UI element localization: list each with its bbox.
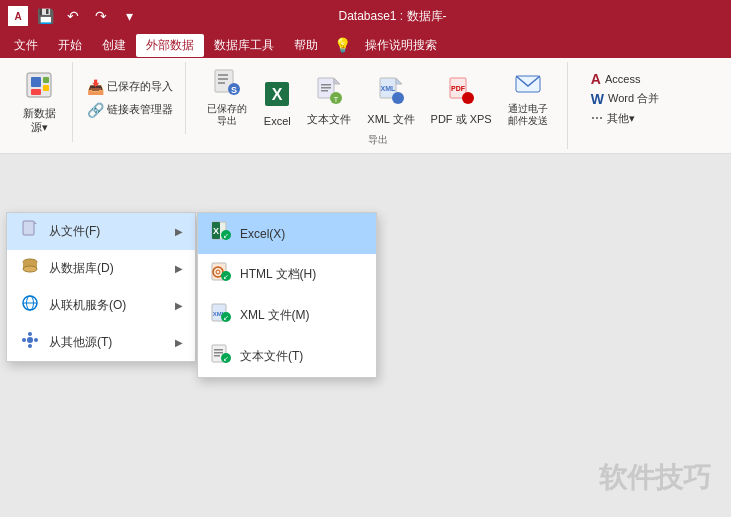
other-icon: ⋯: [591, 111, 603, 125]
ribbon-group-export: S 已保存的导出 X Excel: [188, 62, 568, 149]
svg-text:↙: ↙: [223, 232, 229, 239]
svg-rect-59: [214, 355, 220, 357]
saved-export-label: 已保存的导出: [207, 103, 247, 127]
submenu-text-icon: ↙: [210, 344, 232, 369]
redo-button[interactable]: ↷: [88, 5, 114, 27]
quick-access-toolbar: 💾 ↶ ↷ ▾: [32, 5, 142, 27]
svg-rect-1: [31, 77, 41, 87]
undo-button[interactable]: ↶: [60, 5, 86, 27]
ribbon: 新数据源▾ 📥 已保存的导入 🔗 链接表管理器: [0, 58, 731, 154]
svg-text:XML: XML: [381, 85, 397, 92]
svg-text:PDF: PDF: [451, 85, 466, 92]
svg-rect-2: [43, 77, 49, 83]
svg-rect-3: [43, 85, 49, 91]
ribbon-group-right: A Access W Word 合并 ⋯ 其他▾: [570, 62, 680, 134]
word-export-button[interactable]: W Word 合并: [587, 90, 663, 108]
ribbon-group-saved: 📥 已保存的导入 🔗 链接表管理器: [75, 62, 186, 134]
db-icon: [19, 257, 41, 280]
right-group-content: A Access W Word 合并 ⋯ 其他▾: [583, 64, 667, 132]
submenu-item-text[interactable]: ↙ 文本文件(T): [198, 336, 376, 377]
svg-rect-18: [321, 90, 328, 92]
dropdown-item-online-label: 从联机服务(O): [49, 297, 167, 314]
dropdown-item-other-arrow: ▶: [175, 337, 183, 348]
excel-export-button[interactable]: X Excel: [257, 76, 297, 131]
xml-export-button[interactable]: XML XML 文件: [361, 73, 420, 131]
svg-point-24: [392, 92, 404, 104]
text-export-button[interactable]: T 文本文件: [301, 73, 357, 131]
menu-start[interactable]: 开始: [48, 34, 92, 57]
dropdown-item-db-label: 从数据库(D): [49, 260, 167, 277]
svg-point-33: [23, 266, 37, 272]
title-bar-left: A 💾 ↶ ↷ ▾: [8, 5, 142, 27]
new-datasource-group-content: 新数据源▾: [14, 64, 64, 140]
menu-db-tools[interactable]: 数据库工具: [204, 34, 284, 57]
submenu-excel-icon: X ↙: [210, 221, 232, 246]
submenu-item-html[interactable]: ↙ HTML 文档(H): [198, 254, 376, 295]
dropdown-item-db[interactable]: 从数据库(D) ▶: [7, 250, 195, 287]
excel-label: Excel: [264, 115, 291, 127]
svg-rect-4: [31, 89, 41, 95]
title-bar: A 💾 ↶ ↷ ▾ Database1 : 数据库-: [0, 0, 731, 32]
customize-button[interactable]: ▾: [116, 5, 142, 27]
other-source-icon: [19, 331, 41, 354]
svg-text:↙: ↙: [223, 355, 229, 362]
menu-external-data[interactable]: 外部数据: [136, 34, 204, 57]
menu-search[interactable]: 操作说明搜索: [355, 34, 447, 57]
excel-icon: X: [263, 80, 291, 113]
menu-file[interactable]: 文件: [4, 34, 48, 57]
watermark: 软件技巧: [599, 459, 711, 497]
submenu-xml-icon: XML ↙: [210, 303, 232, 328]
saved-export-button[interactable]: S 已保存的导出: [201, 64, 253, 131]
svg-point-39: [34, 338, 38, 342]
text-icon: T: [315, 77, 343, 110]
email-icon: [514, 68, 542, 101]
linked-table-button[interactable]: 🔗 链接表管理器: [83, 100, 177, 120]
submenu-text-label: 文本文件(T): [240, 348, 303, 365]
submenu-item-xml[interactable]: XML ↙ XML 文件(M): [198, 295, 376, 336]
svg-rect-16: [321, 84, 331, 86]
saved-import-button[interactable]: 📥 已保存的导入: [83, 77, 177, 97]
svg-text:↙: ↙: [223, 273, 229, 280]
app-icon: A: [8, 6, 28, 26]
dropdown-item-file-arrow: ▶: [175, 226, 183, 237]
text-label: 文本文件: [307, 112, 351, 127]
menu-help[interactable]: 帮助: [284, 34, 328, 57]
new-datasource-button[interactable]: 新数据源▾: [14, 64, 64, 140]
svg-rect-58: [214, 352, 223, 354]
menu-bar: 文件 开始 创建 外部数据 数据库工具 帮助 💡 操作说明搜索: [0, 32, 731, 58]
access-export-button[interactable]: A Access: [587, 70, 645, 88]
other-export-button[interactable]: ⋯ 其他▾: [587, 110, 639, 127]
svg-point-37: [27, 337, 33, 343]
new-datasource-dropdown: 从文件(F) ▶ 从数据库(D) ▶: [6, 212, 196, 362]
submenu-html-label: HTML 文档(H): [240, 266, 316, 283]
file-submenu: X ↙ Excel(X): [197, 212, 377, 378]
email-export-button[interactable]: 通过电子邮件发送: [502, 64, 554, 131]
save-button[interactable]: 💾: [32, 5, 58, 27]
dropdown-item-other[interactable]: 从其他源(T) ▶: [7, 324, 195, 361]
svg-rect-6: [218, 74, 228, 76]
pdf-export-button[interactable]: PDF PDF 或 XPS: [425, 73, 498, 131]
dropdown-item-file[interactable]: 从文件(F) ▶: [7, 213, 195, 250]
svg-point-41: [28, 344, 32, 348]
export-group-content: S 已保存的导出 X Excel: [201, 64, 553, 131]
svg-point-27: [462, 92, 474, 104]
submenu-item-excel[interactable]: X ↙ Excel(X): [198, 213, 376, 254]
saved-export-icon: S: [213, 68, 241, 101]
access-icon: A: [591, 71, 601, 87]
svg-rect-29: [23, 221, 34, 235]
submenu-excel-label: Excel(X): [240, 227, 285, 241]
export-group-label: 导出: [368, 133, 388, 147]
svg-rect-8: [218, 82, 225, 84]
new-datasource-label: 新数据源▾: [23, 106, 56, 135]
svg-marker-14: [334, 78, 340, 84]
ribbon-content: 新数据源▾ 📥 已保存的导入 🔗 链接表管理器: [0, 58, 731, 153]
word-label: Word 合并: [608, 91, 659, 106]
svg-text:T: T: [334, 95, 339, 104]
dropdown-item-online-arrow: ▶: [175, 300, 183, 311]
svg-text:X: X: [213, 226, 219, 236]
menu-create[interactable]: 创建: [92, 34, 136, 57]
file-icon: [19, 220, 41, 243]
dropdown-item-online[interactable]: 从联机服务(O) ▶: [7, 287, 195, 324]
access-label: Access: [605, 73, 640, 85]
email-label: 通过电子邮件发送: [508, 103, 548, 127]
